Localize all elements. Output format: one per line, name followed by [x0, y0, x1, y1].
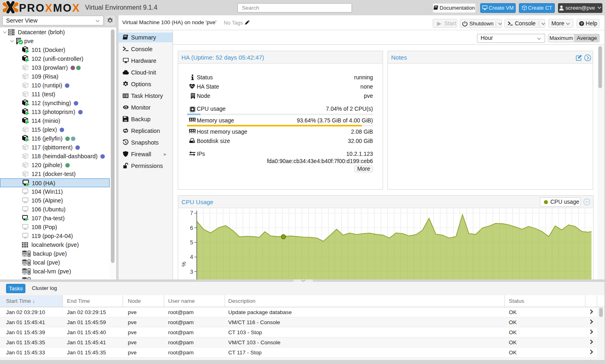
svg-text:6: 6	[190, 225, 193, 231]
svg-text:?: ?	[580, 22, 582, 26]
svg-text:7: 7	[190, 210, 193, 216]
svg-text:4: 4	[190, 254, 193, 260]
svg-text:%: %	[181, 262, 187, 267]
svg-text:5: 5	[190, 239, 193, 246]
svg-text:3: 3	[190, 269, 193, 275]
